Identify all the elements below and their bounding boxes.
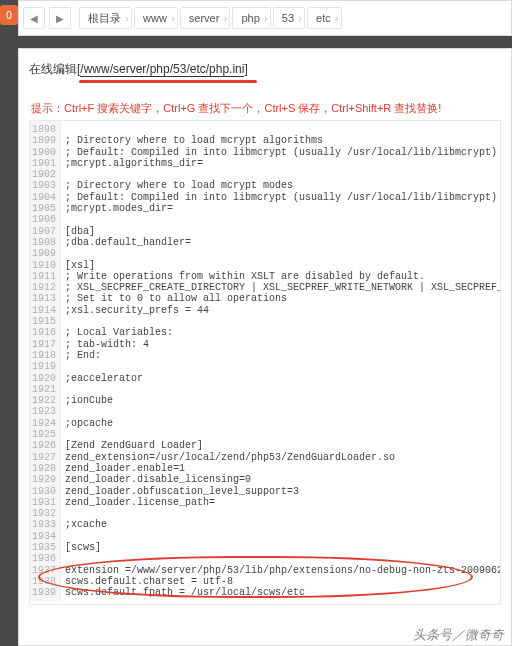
code-content[interactable]: ; Directory where to load mcrypt algorit… — [61, 121, 501, 601]
breadcrumb-item-53[interactable]: 53 — [273, 7, 305, 29]
underline-annotation — [79, 80, 257, 83]
page-title: 在线编辑[/www/server/php/53/etc/php.ini] — [29, 61, 501, 78]
hint-text: 提示：Ctrl+F 搜索关键字，Ctrl+G 查找下一个，Ctrl+S 保存，C… — [31, 101, 501, 116]
nav-forward-button[interactable]: ▶ — [49, 7, 71, 29]
watermark: 头条号／微奇奇 — [413, 626, 504, 644]
breadcrumb-item-server[interactable]: server — [180, 7, 231, 29]
breadcrumb: 根目录 www server php 53 etc — [79, 7, 344, 29]
breadcrumb-bar: ◀ ▶ 根目录 www server php 53 etc — [18, 0, 512, 36]
editor-panel: 在线编辑[/www/server/php/53/etc/php.ini] 提示：… — [18, 48, 512, 646]
breadcrumb-item-etc[interactable]: etc — [307, 7, 342, 29]
breadcrumb-item-www[interactable]: www — [134, 7, 178, 29]
breadcrumb-item-php[interactable]: php — [232, 7, 270, 29]
breadcrumb-item-root[interactable]: 根目录 — [79, 7, 132, 29]
notification-badge: 0 — [0, 5, 18, 25]
code-editor[interactable]: 1898 1899 1900 1901 1902 1903 1904 1905 … — [29, 120, 501, 605]
file-path-link[interactable]: /www/server/php/53/etc/php.ini — [80, 62, 244, 77]
line-gutter: 1898 1899 1900 1901 1902 1903 1904 1905 … — [30, 121, 61, 601]
nav-back-button[interactable]: ◀ — [23, 7, 45, 29]
